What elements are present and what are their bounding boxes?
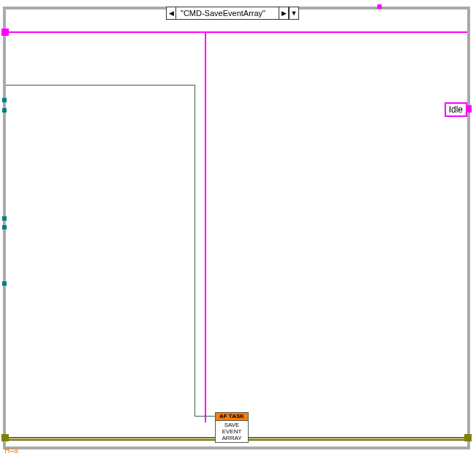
- case-menu-button[interactable]: ▼: [289, 7, 299, 20]
- tunnel-left-olive: [1, 434, 9, 441]
- case-selector-text[interactable]: "CMD-SaveEventArray": [176, 7, 279, 20]
- labview-block-diagram: ◀ "CMD-SaveEventArray" ▶ ▼: [0, 0, 476, 456]
- case-structure[interactable]: ◀ "CMD-SaveEventArray" ▶ ▼: [3, 7, 470, 449]
- triangle-left-icon: ◀: [169, 10, 174, 17]
- tunnel-right-olive: [464, 434, 472, 441]
- subvi-body: SAVE EVENT ARRAY: [215, 420, 249, 443]
- tunnel-top-magenta: [377, 4, 382, 9]
- magenta-wire-vert: [205, 31, 206, 422]
- tunnel-left-small-1: [2, 98, 7, 102]
- subvi-line1: SAVE: [216, 422, 248, 428]
- green-wire-to-subvi: [194, 416, 216, 417]
- case-next-button[interactable]: ▶: [279, 7, 289, 20]
- green-wire-v: [194, 85, 195, 416]
- triangle-right-icon: ▶: [282, 10, 287, 17]
- tunnel-left-small-5: [2, 281, 7, 286]
- subvi-header: AF TASK: [215, 412, 249, 420]
- green-wire-h: [6, 85, 194, 86]
- enum-constant-idle[interactable]: Idle: [445, 102, 467, 117]
- subvi-line2: EVENT: [216, 428, 248, 435]
- case-prev-button[interactable]: ◀: [166, 7, 176, 20]
- enum-constant-label: Idle: [449, 104, 463, 115]
- tunnel-left-small-4: [2, 225, 7, 229]
- case-selector: ◀ "CMD-SaveEventArray" ▶ ▼: [166, 7, 299, 20]
- tunnel-left-small-3: [2, 216, 7, 221]
- subvi-save-event-array[interactable]: AF TASK SAVE EVENT ARRAY: [215, 412, 249, 443]
- annotation-bottom-left: H=a: [4, 446, 18, 455]
- tunnel-left-magenta: [1, 28, 9, 36]
- tunnel-left-small-2: [2, 108, 7, 113]
- triangle-down-icon: ▼: [291, 10, 298, 17]
- subvi-line3: ARRAY: [216, 435, 248, 441]
- magenta-wire-top: [6, 31, 467, 33]
